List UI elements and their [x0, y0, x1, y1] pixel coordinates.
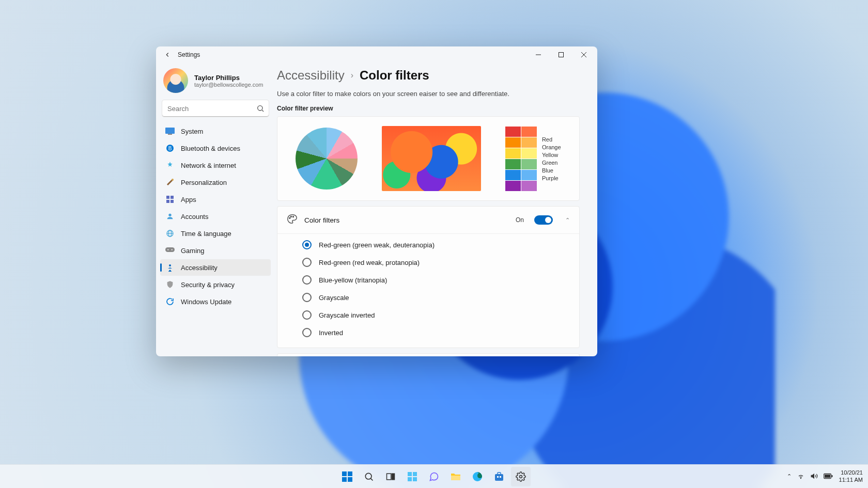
svg-point-23 — [289, 217, 290, 218]
chevron-up-icon[interactable]: ⌃ — [565, 217, 570, 224]
volume-icon[interactable] — [810, 473, 818, 481]
svg-rect-40 — [495, 474, 503, 481]
svg-point-25 — [293, 216, 294, 217]
svg-point-44 — [520, 475, 522, 478]
color-swatch — [505, 170, 521, 180]
keyboard-shortcut-row[interactable]: Keyboard shortcut for color filters Off — [277, 354, 579, 356]
pie-chart-preview — [296, 128, 358, 190]
filter-option-label: Red-green (green weak, deuteranopia) — [319, 241, 435, 249]
store-button[interactable] — [489, 467, 509, 486]
nav-icon — [165, 229, 175, 238]
radio-icon — [302, 240, 312, 249]
file-explorer-button[interactable] — [446, 467, 466, 486]
sidebar: Taylor Phillips taylor@bellowscollege.co… — [156, 63, 275, 356]
nav-icon — [165, 297, 175, 306]
sidebar-item-time-language[interactable]: Time & language — [160, 225, 271, 242]
sidebar-item-system[interactable]: System — [160, 123, 271, 139]
nav-icon — [165, 161, 175, 170]
minimize-button[interactable] — [527, 47, 550, 62]
filter-option[interactable]: Inverted — [277, 324, 579, 341]
sidebar-item-label: Personalization — [181, 179, 227, 186]
settings-window: Settings Taylor Phillips taylor@bellowsc… — [156, 46, 597, 356]
svg-point-24 — [290, 216, 291, 217]
color-filters-label: Color filters — [304, 216, 508, 224]
profile-block[interactable]: Taylor Phillips taylor@bellowscollege.co… — [160, 66, 271, 98]
color-swatch — [521, 137, 537, 148]
sidebar-item-security-privacy[interactable]: Security & privacy — [160, 276, 271, 293]
sidebar-item-label: Network & internet — [181, 162, 236, 169]
sidebar-item-apps[interactable]: Apps — [160, 191, 271, 208]
svg-rect-1 — [559, 53, 564, 57]
palette-label: Yellow — [542, 152, 561, 158]
color-swatch — [521, 127, 537, 137]
svg-rect-27 — [348, 471, 352, 476]
filter-option[interactable]: Grayscale inverted — [277, 306, 579, 324]
edge-button[interactable] — [468, 467, 487, 486]
filter-option[interactable]: Red-green (red weak, protanopia) — [277, 254, 579, 271]
color-swatch — [505, 127, 521, 137]
svg-rect-32 — [387, 474, 391, 480]
sidebar-item-label: Accounts — [181, 213, 208, 221]
sidebar-item-network-internet[interactable]: Network & internet — [160, 157, 271, 174]
filter-option[interactable]: Red-green (green weak, deuteranopia) — [277, 236, 579, 254]
sidebar-item-personalization[interactable]: Personalization — [160, 174, 271, 191]
sidebar-item-label: Apps — [181, 196, 196, 203]
taskbar-center — [337, 467, 531, 486]
palette-label: Orange — [542, 144, 561, 150]
svg-point-20 — [167, 249, 168, 250]
sidebar-item-windows-update[interactable]: Windows Update — [160, 293, 271, 310]
sidebar-item-label: Time & language — [181, 230, 231, 238]
svg-rect-14 — [166, 200, 169, 203]
svg-rect-12 — [166, 196, 169, 199]
sidebar-item-accessibility[interactable]: Accessibility — [160, 259, 271, 276]
nav-icon — [165, 263, 175, 272]
widgets-button[interactable] — [402, 467, 422, 486]
svg-rect-29 — [348, 477, 352, 482]
tray-time: 11:11 AM — [839, 477, 863, 483]
sidebar-item-accounts[interactable]: Accounts — [160, 208, 271, 225]
color-swatch — [505, 181, 521, 191]
sidebar-item-gaming[interactable]: Gaming — [160, 242, 271, 259]
svg-rect-6 — [165, 128, 175, 134]
clock[interactable]: 10/20/21 11:11 AM — [839, 469, 863, 483]
search-button[interactable] — [359, 467, 379, 486]
palette-preview: RedOrangeYellowGreenBluePurple — [505, 127, 561, 191]
color-filters-toggle[interactable] — [534, 215, 553, 225]
maximize-button[interactable] — [550, 47, 572, 62]
breadcrumb-parent[interactable]: Accessibility — [277, 68, 345, 83]
filter-option-label: Grayscale — [319, 294, 349, 302]
start-button[interactable] — [337, 467, 357, 486]
settings-taskbar-button[interactable] — [511, 467, 531, 486]
titlebar: Settings — [156, 46, 597, 63]
page-description: Use a color filter to make colors on you… — [277, 90, 580, 98]
tray-overflow-icon[interactable]: ⌃ — [787, 473, 792, 480]
search-input[interactable] — [162, 100, 269, 117]
system-tray: ⌃ 10/20/21 11:11 AM — [787, 469, 863, 483]
wifi-icon[interactable] — [797, 473, 805, 481]
svg-rect-36 — [408, 477, 412, 481]
profile-email: taylor@bellowscollege.com — [194, 82, 263, 88]
svg-rect-33 — [392, 474, 395, 480]
filter-option[interactable]: Blue-yellow (tritanopia) — [277, 271, 579, 289]
svg-marker-46 — [811, 474, 814, 478]
back-button[interactable] — [162, 50, 173, 60]
search-box[interactable] — [162, 100, 269, 117]
sidebar-item-bluetooth-devices[interactable]: BBluetooth & devices — [160, 140, 271, 156]
svg-point-21 — [172, 249, 173, 250]
battery-icon[interactable] — [824, 473, 833, 480]
photo-preview — [382, 126, 481, 191]
svg-rect-49 — [825, 475, 830, 478]
main-pane[interactable]: Accessibility › Color filters Use a colo… — [275, 63, 597, 356]
close-button[interactable] — [572, 47, 595, 62]
preview-card: RedOrangeYellowGreenBluePurple — [277, 116, 580, 201]
filter-option[interactable]: Grayscale — [277, 289, 579, 306]
sidebar-item-label: Security & privacy — [181, 281, 235, 289]
color-filters-row[interactable]: Color filters On ⌃ — [277, 207, 579, 233]
svg-rect-48 — [831, 475, 832, 477]
task-view-button[interactable] — [381, 467, 400, 486]
chat-button[interactable] — [424, 467, 444, 486]
sidebar-item-label: System — [181, 128, 203, 135]
color-swatch — [521, 181, 537, 191]
svg-point-30 — [365, 473, 371, 479]
svg-rect-28 — [342, 477, 347, 482]
